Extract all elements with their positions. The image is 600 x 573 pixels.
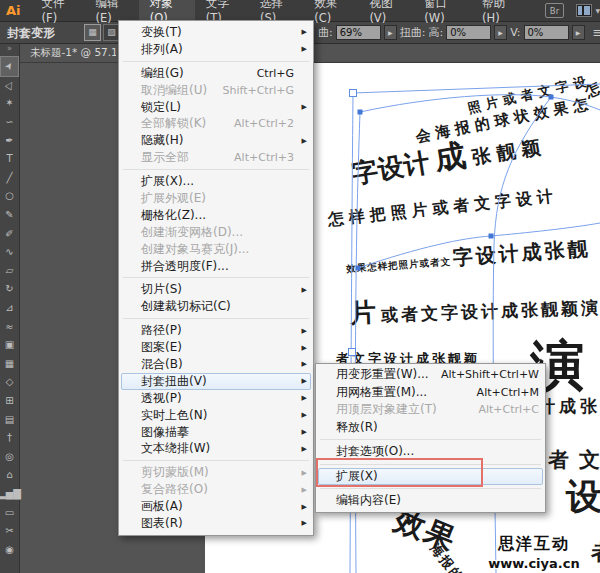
- menu-item[interactable]: 路径(P) ▶: [119, 322, 313, 339]
- menubar-item[interactable]: 编辑(E): [84, 0, 138, 21]
- menu-item[interactable]: 创建渐变网格(D)...: [119, 224, 313, 241]
- submenu-arrow-icon: ▶: [296, 394, 307, 402]
- direct-selection-tool[interactable]: ▷: [1, 76, 18, 95]
- rotate-tool[interactable]: ↻: [1, 280, 18, 299]
- menu-item[interactable]: 创建对象马赛克(J)...: [119, 241, 313, 258]
- vertical-distort-input[interactable]: 0%: [524, 25, 569, 40]
- paintbrush-tool[interactable]: ✎: [1, 206, 18, 225]
- magic-wand-tool[interactable]: ✶: [1, 94, 18, 113]
- menu-item-label: 切片(S): [141, 281, 182, 298]
- submenu-item[interactable]: 扩展(X): [318, 468, 543, 486]
- menu-item[interactable]: 图表(R) ▶: [119, 515, 313, 532]
- chevron-down-icon: ▼: [595, 7, 600, 14]
- menubar-item[interactable]: 窗口(W): [413, 0, 471, 21]
- free-transform-tool[interactable]: ▣: [1, 336, 18, 355]
- menu-item[interactable]: 全部解锁(K) Alt+Ctrl+2: [119, 115, 313, 132]
- shape-builder-tool[interactable]: ◇: [1, 373, 18, 392]
- menu-item[interactable]: 扩展外观(E): [119, 190, 313, 207]
- menu-item[interactable]: 显示全部 Alt+Ctrl+3: [119, 149, 313, 166]
- submenu-item[interactable]: 用顶层对象建立(T) Alt+Ctrl+C: [316, 401, 545, 419]
- line-segment-tool[interactable]: ╱: [1, 169, 18, 188]
- menu-item[interactable]: 图案(E) ▶: [119, 339, 313, 356]
- tool-icon: ✎: [5, 210, 13, 220]
- menu-item[interactable]: 隐藏(H) ▶: [119, 132, 313, 149]
- menubar-item-label: 帮助(H): [482, 0, 516, 25]
- menu-item[interactable]: 取消编组(U) Shift+Ctrl+G: [119, 82, 313, 99]
- submenu-item[interactable]: 用变形重置(W)... Alt+Shift+Ctrl+W: [316, 366, 545, 384]
- menu-item[interactable]: 栅格化(Z)...: [119, 207, 313, 224]
- workspace-switcher[interactable]: ▼: [576, 4, 600, 17]
- menu-item-label: 混合(B): [141, 356, 183, 373]
- menu-item[interactable]: 图像描摹 ▶: [119, 424, 313, 441]
- edit-envelope-button[interactable]: ▦: [84, 24, 101, 41]
- scale-tool[interactable]: ⊿: [1, 299, 18, 318]
- submenu-arrow-icon: ▶: [296, 486, 307, 494]
- menu-item[interactable]: 拼合透明度(F)...: [119, 258, 313, 275]
- perspective-grid-tool[interactable]: ▦: [1, 355, 18, 374]
- menu-item[interactable]: 切片(S) ▶: [119, 281, 313, 298]
- menubar-item[interactable]: 帮助(H): [471, 0, 527, 21]
- mesh-tool[interactable]: ⊞: [1, 392, 18, 411]
- menu-item-label: 文本绕排(W): [141, 440, 210, 457]
- menubar-item[interactable]: 对象(O): [139, 0, 195, 21]
- ellipse-tool[interactable]: ○: [1, 187, 18, 206]
- menu-item[interactable]: 扩展(X)...: [119, 173, 313, 190]
- menu-item[interactable]: 实时上色(N) ▶: [119, 407, 313, 424]
- tool-icon: ▂▅▇: [0, 489, 21, 499]
- menu-item[interactable]: 文本绕排(W) ▶: [119, 440, 313, 457]
- menu-item[interactable]: 画板(A) ▶: [119, 498, 313, 515]
- menubar-item-label: 窗口(W): [424, 0, 460, 25]
- submenu-item[interactable]: 封套选项(O)...: [316, 443, 545, 461]
- tool-icon: ▭: [5, 508, 14, 518]
- menubar-item[interactable]: 效果(C): [303, 0, 358, 21]
- bend-input[interactable]: 69%: [336, 25, 381, 40]
- menu-item[interactable]: 透视(P) ▶: [119, 390, 313, 407]
- pen-tool[interactable]: ✒: [1, 131, 18, 150]
- bend-stepper[interactable]: ▶: [384, 25, 397, 40]
- vertical-distort-stepper[interactable]: ▶: [572, 25, 585, 40]
- document-tab[interactable]: 未标题-1* @ 57.1: [30, 46, 116, 60]
- watermark-url: www.ciya.cn: [484, 556, 584, 571]
- gradient-tool[interactable]: ▤: [1, 410, 18, 429]
- menu-item[interactable]: 排列(A) ▶: [119, 41, 313, 58]
- submenu-item[interactable]: 用网格重置(M)... Alt+Ctrl+M: [316, 384, 545, 402]
- eyedropper-tool[interactable]: †: [1, 429, 18, 448]
- shaper-tool[interactable]: ∿: [1, 243, 18, 262]
- selection-tool[interactable]: ➤: [1, 57, 18, 76]
- menu-item[interactable]: 锁定(L) ▶: [119, 99, 313, 116]
- menu-item-label: 扩展(X)...: [141, 173, 194, 190]
- menu-item[interactable]: 变换(T) ▶: [119, 24, 313, 41]
- submenu-item[interactable]: 编辑内容(E): [316, 492, 545, 510]
- menu-item[interactable]: 编组(G) Ctrl+G: [119, 65, 313, 82]
- menu-item[interactable]: 封套扭曲(V) ▶: [121, 373, 311, 390]
- type-tool[interactable]: T: [1, 150, 18, 169]
- horizontal-distort-input[interactable]: 0%: [446, 25, 491, 40]
- menu-item[interactable]: 复合路径(O) ▶: [119, 481, 313, 498]
- menu-item[interactable]: 剪切蒙版(M) ▶: [119, 464, 313, 481]
- menu-item[interactable]: 混合(B) ▶: [119, 356, 313, 373]
- menu-separator: [119, 274, 313, 281]
- submenu-arrow-icon: ▶: [296, 377, 307, 385]
- width-tool[interactable]: ≈: [1, 317, 18, 336]
- panel-menu-icon[interactable]: ≡: [593, 25, 600, 40]
- pencil-tool[interactable]: ✐: [1, 224, 18, 243]
- menubar-item[interactable]: 视图(V): [358, 0, 413, 21]
- panel-collapse-icon[interactable]: »: [0, 43, 19, 57]
- bridge-button[interactable]: Br: [545, 3, 565, 18]
- symbol-sprayer-tool[interactable]: ⌂: [1, 466, 18, 485]
- menubar-item[interactable]: 文字(T): [195, 0, 249, 21]
- menubar-item[interactable]: 文件(F): [31, 0, 85, 21]
- menu-item[interactable]: 创建裁切标记(C): [119, 298, 313, 315]
- lasso-tool[interactable]: ∽: [1, 113, 18, 132]
- hand-tool[interactable]: ◉: [1, 540, 18, 559]
- menubar-item[interactable]: 选择(S): [249, 0, 303, 21]
- submenu-arrow-icon: ▶: [296, 428, 307, 436]
- blend-tool[interactable]: ◎: [1, 447, 18, 466]
- artboard-tool[interactable]: ▭: [1, 503, 18, 522]
- slice-tool[interactable]: ✂: [1, 522, 18, 541]
- submenu-item[interactable]: 释放(R): [316, 419, 545, 437]
- horizontal-distort-stepper[interactable]: ▶: [494, 25, 507, 40]
- column-graph-tool[interactable]: ▂▅▇: [1, 485, 18, 504]
- eraser-tool[interactable]: ▱: [1, 262, 18, 281]
- tool-icon: ▤: [5, 415, 14, 425]
